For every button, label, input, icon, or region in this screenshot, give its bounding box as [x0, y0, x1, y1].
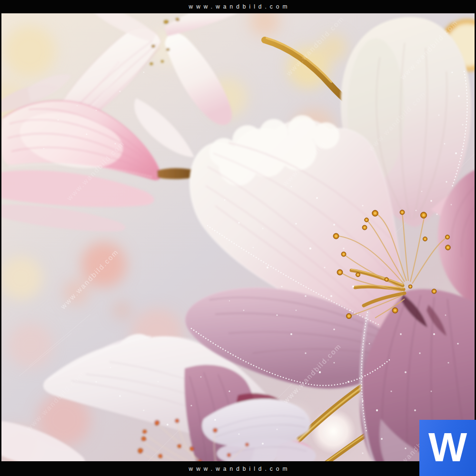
top-url-bar: www.wandbild.com [0, 0, 476, 13]
left-border [0, 0, 1, 476]
flower-artwork: www.wandbild.com www.wandbild.com www.wa… [0, 0, 476, 476]
product-preview-page: www.wandbild.com www.wandbild.com www.wa… [0, 0, 476, 476]
bottom-url-text: www.wandbild.com [185, 466, 290, 472]
top-url-text: www.wandbild.com [185, 3, 290, 10]
wandbild-logo-letter: W [428, 426, 467, 467]
bottom-url-bar: www.wandbild.com [0, 461, 476, 476]
wandbild-logo[interactable]: W [419, 420, 476, 476]
